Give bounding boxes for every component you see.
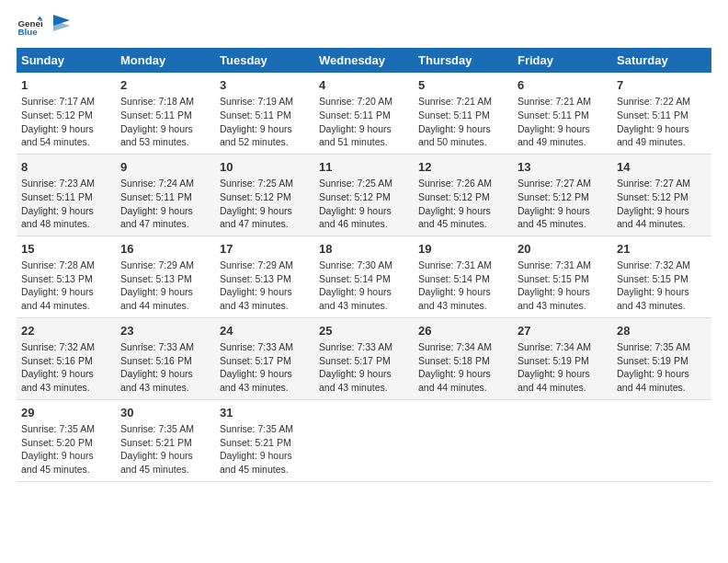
table-cell: 1Sunrise: 7:17 AMSunset: 5:12 PMDaylight… xyxy=(17,73,116,154)
day-number: 19 xyxy=(418,241,508,258)
day-number: 20 xyxy=(518,241,608,258)
col-header-sunday: Sunday xyxy=(17,48,116,73)
day-number: 16 xyxy=(120,241,210,258)
table-body: 1Sunrise: 7:17 AMSunset: 5:12 PMDaylight… xyxy=(17,73,711,481)
cell-line: Sunset: 5:20 PM xyxy=(21,436,111,450)
table-cell: 5Sunrise: 7:21 AMSunset: 5:11 PMDaylight… xyxy=(414,73,513,154)
logo-icon: General Blue xyxy=(17,15,42,40)
cell-line: Sunrise: 7:20 AM xyxy=(319,95,409,109)
cell-line: Daylight: 9 hours xyxy=(418,367,508,381)
table-cell: 20Sunrise: 7:31 AMSunset: 5:15 PMDayligh… xyxy=(513,236,612,317)
cell-line: Sunrise: 7:21 AM xyxy=(418,95,508,109)
cell-line: Daylight: 9 hours xyxy=(21,367,111,381)
cell-line: Sunset: 5:12 PM xyxy=(518,190,608,204)
cell-line: Sunset: 5:11 PM xyxy=(120,109,210,122)
day-number: 11 xyxy=(319,159,409,176)
cell-line: and 44 minutes. xyxy=(21,299,111,313)
table-cell: 22Sunrise: 7:32 AMSunset: 5:16 PMDayligh… xyxy=(17,317,116,399)
day-number: 18 xyxy=(319,241,409,258)
table-cell: 17Sunrise: 7:29 AMSunset: 5:13 PMDayligh… xyxy=(215,236,314,317)
cell-line: Daylight: 9 hours xyxy=(319,285,409,299)
cell-line: and 44 minutes. xyxy=(120,299,210,313)
cell-line: Sunset: 5:16 PM xyxy=(21,354,111,368)
cell-line: Sunrise: 7:35 AM xyxy=(21,422,111,436)
table-cell: 9Sunrise: 7:24 AMSunset: 5:11 PMDaylight… xyxy=(116,154,215,236)
table-cell: 11Sunrise: 7:25 AMSunset: 5:12 PMDayligh… xyxy=(314,154,414,236)
cell-line: Daylight: 9 hours xyxy=(220,449,310,463)
table-cell: 3Sunrise: 7:19 AMSunset: 5:11 PMDaylight… xyxy=(215,73,314,154)
cell-line: and 47 minutes. xyxy=(120,217,210,231)
cell-line: Sunset: 5:17 PM xyxy=(319,354,409,368)
table-cell xyxy=(414,399,513,481)
cell-line: Sunset: 5:11 PM xyxy=(319,109,409,122)
cell-line: and 44 minutes. xyxy=(418,381,508,395)
table-cell: 18Sunrise: 7:30 AMSunset: 5:14 PMDayligh… xyxy=(314,236,414,317)
cell-line: Daylight: 9 hours xyxy=(120,285,210,299)
cell-line: Daylight: 9 hours xyxy=(220,204,310,218)
cell-line: Sunrise: 7:35 AM xyxy=(617,340,707,354)
table-row: 29Sunrise: 7:35 AMSunset: 5:20 PMDayligh… xyxy=(17,399,711,481)
cell-line: and 43 minutes. xyxy=(21,381,111,395)
cell-line: and 45 minutes. xyxy=(220,463,310,477)
day-number: 13 xyxy=(518,159,608,176)
cell-line: and 50 minutes. xyxy=(418,135,508,149)
table-cell: 7Sunrise: 7:22 AMSunset: 5:11 PMDaylight… xyxy=(612,73,711,154)
cell-line: Sunrise: 7:31 AM xyxy=(518,259,608,272)
table-cell: 19Sunrise: 7:31 AMSunset: 5:14 PMDayligh… xyxy=(414,236,513,317)
cell-line: and 44 minutes. xyxy=(617,217,707,231)
cell-line: Daylight: 9 hours xyxy=(418,285,508,299)
cell-line: Sunrise: 7:35 AM xyxy=(120,422,210,436)
day-number: 3 xyxy=(220,77,310,94)
cell-line: and 47 minutes. xyxy=(220,217,310,231)
cell-line: Daylight: 9 hours xyxy=(120,367,210,381)
cell-line: Sunrise: 7:30 AM xyxy=(319,259,409,272)
table-cell: 6Sunrise: 7:21 AMSunset: 5:11 PMDaylight… xyxy=(513,73,612,154)
cell-line: Daylight: 9 hours xyxy=(21,449,111,463)
table-cell xyxy=(612,399,711,481)
cell-line: Sunset: 5:12 PM xyxy=(21,109,111,122)
table-cell: 4Sunrise: 7:20 AMSunset: 5:11 PMDaylight… xyxy=(314,73,414,154)
table-row: 22Sunrise: 7:32 AMSunset: 5:16 PMDayligh… xyxy=(17,317,711,399)
table-cell: 13Sunrise: 7:27 AMSunset: 5:12 PMDayligh… xyxy=(513,154,612,236)
cell-line: Daylight: 9 hours xyxy=(319,122,409,136)
day-number: 7 xyxy=(617,77,707,94)
cell-line: and 54 minutes. xyxy=(21,135,111,149)
cell-line: Sunrise: 7:34 AM xyxy=(418,340,508,354)
cell-line: and 45 minutes. xyxy=(418,217,508,231)
cell-line: Daylight: 9 hours xyxy=(518,122,608,136)
cell-line: Sunrise: 7:29 AM xyxy=(220,259,310,272)
table-cell: 15Sunrise: 7:28 AMSunset: 5:13 PMDayligh… xyxy=(17,236,116,317)
cell-line: Daylight: 9 hours xyxy=(220,367,310,381)
table-row: 1Sunrise: 7:17 AMSunset: 5:12 PMDaylight… xyxy=(17,73,711,154)
cell-line: Sunset: 5:18 PM xyxy=(418,354,508,368)
cell-line: Sunset: 5:16 PM xyxy=(120,354,210,368)
cell-line: Sunset: 5:13 PM xyxy=(220,272,310,286)
cell-line: Sunset: 5:12 PM xyxy=(617,190,707,204)
logo: General Blue xyxy=(17,15,72,40)
cell-line: Sunrise: 7:27 AM xyxy=(617,177,707,190)
cell-line: Sunrise: 7:34 AM xyxy=(518,340,608,354)
day-number: 31 xyxy=(220,405,310,421)
cell-line: Sunrise: 7:25 AM xyxy=(220,177,310,190)
table-cell: 29Sunrise: 7:35 AMSunset: 5:20 PMDayligh… xyxy=(17,399,116,481)
table-cell: 26Sunrise: 7:34 AMSunset: 5:18 PMDayligh… xyxy=(414,317,513,399)
day-number: 28 xyxy=(617,323,707,339)
cell-line: Daylight: 9 hours xyxy=(21,204,111,218)
cell-line: Daylight: 9 hours xyxy=(220,285,310,299)
cell-line: and 51 minutes. xyxy=(319,135,409,149)
table-row: 15Sunrise: 7:28 AMSunset: 5:13 PMDayligh… xyxy=(17,236,711,317)
day-number: 17 xyxy=(220,241,310,258)
day-number: 9 xyxy=(120,159,210,176)
table-header: SundayMondayTuesdayWednesdayThursdayFrid… xyxy=(17,48,711,73)
cell-line: and 48 minutes. xyxy=(21,217,111,231)
cell-line: Sunrise: 7:33 AM xyxy=(319,340,409,354)
cell-line: Sunrise: 7:23 AM xyxy=(21,177,111,190)
cell-line: and 44 minutes. xyxy=(617,381,707,395)
cell-line: Sunrise: 7:32 AM xyxy=(617,259,707,272)
cell-line: Daylight: 9 hours xyxy=(518,204,608,218)
col-header-thursday: Thursday xyxy=(414,48,513,73)
cell-line: Sunrise: 7:19 AM xyxy=(220,95,310,109)
cell-line: and 43 minutes. xyxy=(220,299,310,313)
cell-line: Sunset: 5:12 PM xyxy=(418,190,508,204)
cell-line: Sunset: 5:19 PM xyxy=(617,354,707,368)
